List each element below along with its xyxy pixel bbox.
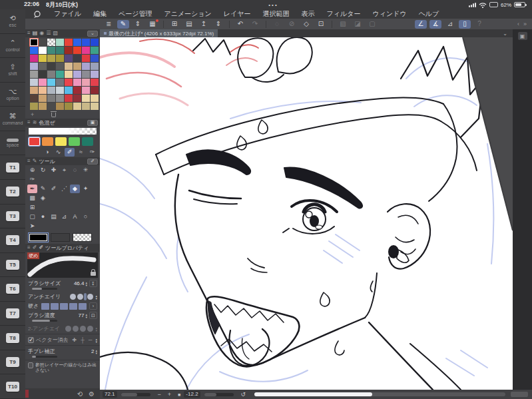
gradient-tool[interactable]: ▩ xyxy=(27,194,37,202)
color-swatch[interactable] xyxy=(30,79,38,86)
color-swatch[interactable] xyxy=(47,95,55,102)
color-swatch[interactable] xyxy=(56,79,64,86)
key-t10[interactable]: T10 xyxy=(0,374,25,399)
color-swatch[interactable] xyxy=(73,87,81,94)
status-center-dots[interactable]: ••• xyxy=(268,2,278,8)
mix-brush-tool-icon[interactable]: ✐ xyxy=(65,148,75,157)
density-slider[interactable] xyxy=(32,320,57,322)
mix-color-strip[interactable] xyxy=(29,128,97,135)
wand-tool[interactable]: ✳ xyxy=(81,166,91,175)
stabilization-slider[interactable] xyxy=(32,356,57,358)
reset-settings-icon[interactable]: ⟲ xyxy=(77,390,83,398)
aa-strong-option[interactable] xyxy=(87,294,93,300)
color-swatch[interactable] xyxy=(91,55,99,62)
stabilization-stepper[interactable]: ▴▾ xyxy=(95,349,97,354)
hardness-option-1[interactable] xyxy=(41,303,49,310)
color-swatch[interactable] xyxy=(39,79,47,86)
vector-erase-checkbox[interactable] xyxy=(28,337,34,343)
menu-item-9[interactable]: ウィンドウ xyxy=(366,9,412,19)
color-swatch[interactable] xyxy=(65,47,73,54)
sub-color-chip[interactable] xyxy=(51,233,70,242)
hardness-option-5[interactable] xyxy=(79,303,87,310)
mix-color-chip[interactable] xyxy=(82,137,93,146)
rotate-tool[interactable]: ↻ xyxy=(38,166,48,175)
color-swatch[interactable] xyxy=(47,79,55,86)
hardness-option-4[interactable] xyxy=(69,303,77,310)
color-swatch[interactable] xyxy=(73,39,81,46)
selection-tool[interactable]: ▢ xyxy=(27,212,37,221)
aa-none-option[interactable] xyxy=(70,294,76,300)
density-stepper[interactable]: ▴▾ xyxy=(85,313,87,318)
rotation-value[interactable]: -12.2 xyxy=(184,391,200,398)
reference-layer-checkbox[interactable] xyxy=(28,362,33,368)
pick-tool-icon[interactable]: ✑ xyxy=(87,148,97,157)
color-swatch[interactable] xyxy=(47,103,55,110)
color-swatch[interactable] xyxy=(82,63,90,70)
reset-rotation-button[interactable]: ↺ xyxy=(241,391,246,398)
color-swatch[interactable] xyxy=(39,47,47,54)
watercolor-tool-icon[interactable]: ≈ xyxy=(76,148,86,157)
panel-menu-icon[interactable]: ≡ xyxy=(27,31,31,36)
color-swatch[interactable] xyxy=(91,71,99,78)
aa-middle-option[interactable] xyxy=(84,293,87,300)
brush-size-preset-button[interactable]: ↧ xyxy=(89,280,97,287)
frame-border-tool[interactable]: ⊞ xyxy=(27,203,37,212)
color-swatch[interactable] xyxy=(65,63,73,70)
snap-grid-button[interactable]: ⊿ xyxy=(444,20,456,29)
pencil-tool[interactable]: ✎ xyxy=(38,185,48,193)
lasso-tool[interactable]: ◌ xyxy=(70,166,80,175)
mix-color-chip[interactable] xyxy=(29,137,40,146)
key-t8[interactable]: T8 xyxy=(0,326,25,350)
subtool-tab-icon[interactable]: ✐ xyxy=(87,159,98,165)
color-swatch[interactable] xyxy=(82,39,90,46)
color-swatch[interactable] xyxy=(91,95,99,102)
fit-to-screen-button[interactable]: ■ xyxy=(178,392,180,397)
open-file-button[interactable]: ▤ xyxy=(183,20,195,29)
transform-button[interactable]: ⊡ xyxy=(315,20,327,29)
color-swatch[interactable] xyxy=(65,95,73,102)
panel-menu-icon[interactable]: ≡ xyxy=(27,159,31,164)
menu-item-2[interactable]: 編集 xyxy=(87,9,113,19)
color-swatch[interactable] xyxy=(30,39,38,46)
mix-color-chip[interactable] xyxy=(69,137,80,146)
color-swatch[interactable] xyxy=(91,103,99,110)
aa-stepper[interactable]: ▴▾ xyxy=(95,294,97,300)
color-swatch[interactable] xyxy=(56,55,64,62)
key-control[interactable]: ⌃control xyxy=(0,34,25,59)
document-tab[interactable]: 最後の仕上げ* (4206 x 6333px 72dpi 72.1%) xyxy=(100,29,218,37)
color-swatch[interactable] xyxy=(65,55,73,62)
color-swatch[interactable] xyxy=(47,55,55,62)
color-swatch[interactable] xyxy=(56,47,64,54)
snap-ruler-button[interactable]: ∠ xyxy=(415,20,427,29)
mix-color-chip[interactable] xyxy=(55,137,67,146)
text-tool[interactable]: A xyxy=(70,212,80,221)
menu-item-10[interactable]: ヘルプ xyxy=(413,9,445,19)
figure-tool[interactable]: ● xyxy=(38,212,48,221)
hardness-more-button[interactable]: › xyxy=(89,302,97,310)
color-swatch[interactable] xyxy=(39,103,47,110)
key-t9[interactable]: T9 xyxy=(0,350,25,375)
tool-tab-icon[interactable]: ✎ xyxy=(33,159,37,164)
color-swatch[interactable] xyxy=(82,87,90,94)
color-swatch[interactable] xyxy=(73,47,81,54)
brush-size-stepper[interactable]: ▴▾ xyxy=(85,281,87,286)
color-swatch[interactable] xyxy=(47,87,55,94)
export-button[interactable]: ↥ xyxy=(198,20,210,29)
gallery-button[interactable]: ▦ xyxy=(146,20,158,29)
rotation-slider[interactable] xyxy=(204,393,234,396)
color-swatch[interactable] xyxy=(91,79,99,86)
fill-button[interactable]: ◇ xyxy=(300,20,312,29)
pen-tool[interactable]: ✒ xyxy=(27,185,37,193)
panel-menu-icon[interactable]: ≡ xyxy=(27,120,31,125)
color-mix-tab-icon[interactable]: ▣ xyxy=(87,120,98,126)
key-t6[interactable]: T6 xyxy=(0,277,25,302)
color-swatch[interactable] xyxy=(39,39,47,46)
brush-stroke-preview[interactable]: 硬め xyxy=(27,252,98,278)
canvas-viewport[interactable] xyxy=(100,37,513,390)
aa-weak-option[interactable] xyxy=(77,294,83,300)
menu-item-4[interactable]: アニメーション xyxy=(158,9,217,19)
key-space[interactable]: space xyxy=(0,131,25,156)
menu-item-1[interactable]: ファイル xyxy=(48,9,87,19)
eyedropper-tool[interactable]: ✑ xyxy=(27,175,37,184)
delete-color-button[interactable] xyxy=(51,113,56,117)
